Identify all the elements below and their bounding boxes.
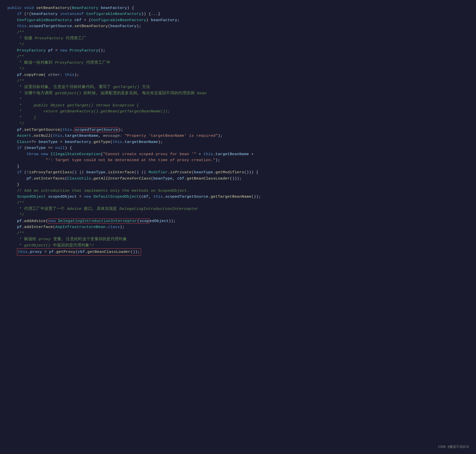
code-line-26: throw new IllegalStateException("Cannot … <box>7 151 471 157</box>
code-line-19: * } <box>7 115 471 121</box>
code-line-10: * 赋值一份对象到 ProxyFactory 代理类工厂中 <box>7 60 471 66</box>
code-line-3: ConfigurableBeanFactory cbf = (Configura… <box>7 17 471 23</box>
code-line-8: ProxyFactory pf = new ProxyFactory(); <box>7 47 471 53</box>
code-line-7: */ <box>7 42 471 47</box>
code-line-41: * getObject() 中返回的是代理对象*/ <box>7 242 471 248</box>
code-line-6: * 创建 ProxyFactory 代理类工厂 <box>7 35 471 41</box>
code-line-32: // Add an introduction that implements o… <box>7 188 471 194</box>
code-line-40: * 赋值给 proxy 变量, 注意此时这个变量存的是代理对象 <box>7 236 471 242</box>
code-line-29: if (!isProxyTargetClass() || beanType.is… <box>7 169 471 175</box>
code-line-15: * 当哪个地方调用 getObject() 的时候, 如果配置的是多实例, 每次… <box>7 90 471 96</box>
code-line-14: * 设置目标对象, 注意这个目标对象代码, 重写了 getTarget() 方法 <box>7 84 471 90</box>
code-line-17: * public Object getTarget() throws Excep… <box>7 102 471 108</box>
code-line-30: pf.setInterfaces(ClassUtils.getAllInterf… <box>7 176 471 182</box>
code-line-1: public void setBeanFactory(BeanFactory b… <box>7 5 471 11</box>
code-line-9: /** <box>7 54 471 60</box>
code-line-11: */ <box>7 66 471 72</box>
code-line-39: /** <box>7 230 471 236</box>
code-line-18: * return getBeanFactory().getBean(getTar… <box>7 108 471 114</box>
code-line-13: /** <box>7 78 471 84</box>
code-line-12: pf.copyFrom( other: this); <box>7 72 471 78</box>
code-line-23: Assert.notNull(this.targetBeanName, mess… <box>7 133 471 139</box>
code-container: public void setBeanFactory(BeanFactory b… <box>0 0 476 454</box>
code-line-37: pf.addAdvice(new DelegatingIntroductionI… <box>7 218 471 224</box>
code-line-16: * <box>7 96 471 102</box>
code-line-4: this.scopedTargetSource.setBeanFactory(b… <box>7 23 471 29</box>
code-line-42: this.proxy = pf.getProxy(cbf.getBeanClas… <box>7 248 471 255</box>
code-line-33: ScopedObject scopedObject = new DefaultS… <box>7 194 471 200</box>
code-line-24: Class<?> beanType = beanFactory.getType(… <box>7 139 471 145</box>
code-line-27: "': Target type could not be determined … <box>7 157 471 163</box>
code-line-20: */ <box>7 121 471 127</box>
code-line-31: } <box>7 182 471 187</box>
code-line-21: pf.setTargetSource(this.scopedTargetSour… <box>7 127 471 133</box>
code-line-35: * 代理工厂中设置了一个 Advice 接口, 具体实现是 Delegating… <box>7 206 471 212</box>
code-line-5: /** <box>7 29 471 35</box>
code-line-28: } <box>7 163 471 169</box>
code-line-34: /** <box>7 200 471 206</box>
code-line-36: */ <box>7 212 471 218</box>
code-line-25: if (beanType == null) { <box>7 145 471 151</box>
watermark: CSDN @魔道不误欢功 <box>438 445 469 450</box>
code-line-2: if (!(beanFactory instanceof Configurabl… <box>7 11 471 17</box>
code-line-38: pf.addInterface(AopInfrastructureBean.cl… <box>7 224 471 230</box>
